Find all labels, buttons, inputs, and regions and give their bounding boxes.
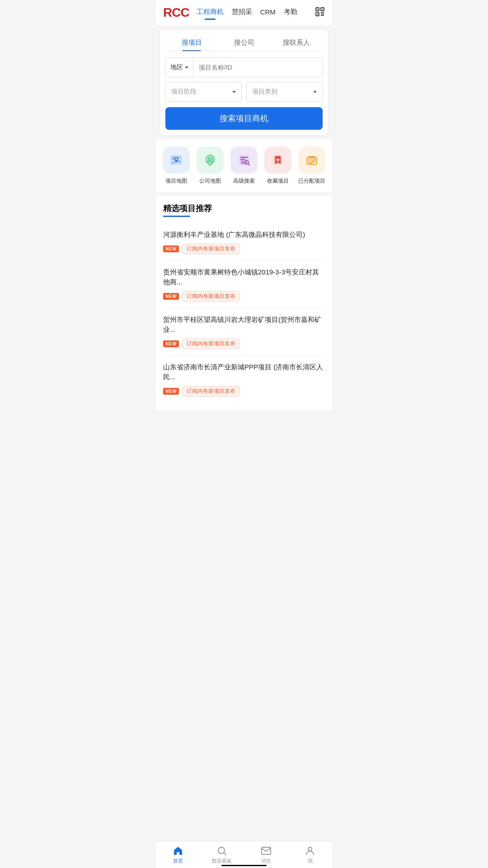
project-name: 山东省济南市长清产业新城PPP项目 (济南市长清区人民... — [163, 362, 325, 382]
logo: RCC — [163, 5, 189, 20]
project-search-input[interactable] — [193, 58, 322, 77]
subscription-tag: 订阅内有新项目发布 — [183, 244, 239, 254]
advanced-search-label: 高级搜索 — [233, 177, 255, 185]
new-badge: NEW — [163, 293, 179, 300]
subscription-tag: 订阅内有新项目发布 — [183, 339, 239, 349]
svg-line-27 — [224, 853, 226, 855]
tab-search-company[interactable]: 搜公司 — [218, 35, 270, 51]
quick-access: 项目地图 公司地图 项目 高级搜索 — [156, 139, 332, 192]
svg-point-12 — [175, 158, 177, 160]
subscription-tag: 订阅内有新项目发布 — [183, 386, 239, 396]
svg-rect-23 — [307, 157, 317, 165]
search-tabs: 搜项目 搜公司 搜联系人 — [165, 35, 323, 51]
tab-search-contact[interactable]: 搜联系人 — [270, 35, 323, 51]
project-tag-row: NEW 订阅内有新项目发布 — [163, 339, 325, 349]
search-button[interactable]: 搜索项目商机 — [165, 107, 323, 130]
project-tag-row: NEW 订阅内有新项目发布 — [163, 291, 325, 302]
scan-icon[interactable] — [315, 7, 325, 19]
section-title-wrap: 精选项目推荐 — [163, 203, 325, 217]
nav-item-recruit[interactable]: 慧招采 — [232, 8, 252, 18]
project-type-label: 项目类别 — [252, 88, 277, 96]
quick-item-advanced-search[interactable]: 项目 高级搜索 — [230, 146, 258, 185]
project-type-select[interactable]: 项目类别 — [246, 82, 323, 102]
section-title: 精选项目推荐 — [163, 203, 325, 214]
stage-chevron-icon — [232, 91, 236, 93]
project-stage-select[interactable]: 项目阶段 — [165, 82, 242, 102]
project-name: 河源衡利丰产业基地 (广东高微晶科技有限公司) — [163, 230, 325, 240]
featured-section: 精选项目推荐 河源衡利丰产业基地 (广东高微晶科技有限公司) NEW 订阅内有新… — [156, 196, 332, 410]
new-badge: NEW — [163, 388, 179, 395]
svg-rect-17 — [240, 159, 245, 160]
nav-item-engineering[interactable]: 工程商机 — [197, 8, 224, 18]
bookmark-label: 收藏项目 — [267, 177, 289, 185]
quick-item-assigned[interactable]: 已分配项目 — [298, 146, 325, 185]
project-tag-row: NEW 订阅内有新项目发布 — [163, 244, 325, 254]
filter-row: 项目阶段 项目类别 — [165, 82, 323, 102]
search-panel: 搜项目 搜公司 搜联系人 地区 项目阶段 项目类别 搜索项目商机 — [160, 29, 328, 136]
bottom-nav: 首页 数据看板 消息 我 — [156, 841, 332, 868]
bottom-nav-home[interactable]: 首页 — [156, 841, 200, 868]
bottom-nav-dashboard-label: 数据看板 — [212, 858, 232, 864]
svg-rect-3 — [317, 9, 318, 9]
search-icon — [216, 845, 227, 856]
user-icon — [305, 845, 315, 856]
project-map-label: 项目地图 — [165, 177, 187, 185]
svg-text:项目: 项目 — [240, 161, 247, 165]
bottom-home-indicator — [221, 865, 267, 866]
bottom-nav-dashboard[interactable]: 数据看板 — [200, 841, 244, 868]
assigned-label: 已分配项目 — [298, 177, 325, 185]
tab-search-project[interactable]: 搜项目 — [165, 35, 218, 51]
svg-rect-25 — [307, 159, 317, 160]
top-nav: 工程商机 慧招采 CRM 考勤 — [197, 8, 315, 18]
quick-item-bookmark[interactable]: 收藏项目 — [264, 146, 291, 185]
region-chevron-icon — [185, 66, 188, 69]
region-label: 地区 — [170, 63, 183, 71]
bottom-nav-profile-label: 我 — [308, 858, 313, 864]
nav-item-attendance[interactable]: 考勤 — [284, 8, 297, 18]
quick-item-project-map[interactable]: 项目地图 — [163, 146, 190, 185]
svg-rect-16 — [240, 157, 248, 158]
project-item[interactable]: 河源衡利丰产业基地 (广东高微晶科技有限公司) NEW 订阅内有新项目发布 — [163, 223, 325, 261]
company-map-label: 公司地图 — [199, 177, 221, 185]
bottom-nav-profile[interactable]: 我 — [288, 841, 333, 868]
header: RCC 工程商机 慧招采 CRM 考勤 — [156, 0, 332, 25]
project-name: 贺州市平桂区望高镇川岩大理岩矿项目(贺州市嘉和矿业... — [163, 315, 325, 335]
project-tag-row: NEW 订阅内有新项目发布 — [163, 386, 325, 396]
bottom-nav-messages-label: 消息 — [261, 858, 271, 864]
search-input-row: 地区 — [165, 57, 323, 77]
project-map-icon-wrap — [163, 146, 190, 174]
subscription-tag: 订阅内有新项目发布 — [183, 291, 239, 302]
svg-point-29 — [308, 847, 312, 851]
home-icon — [173, 845, 183, 856]
bottom-nav-messages[interactable]: 消息 — [244, 841, 288, 868]
new-badge: NEW — [163, 245, 179, 252]
mail-icon — [261, 845, 272, 856]
project-stage-label: 项目阶段 — [171, 88, 197, 96]
project-item[interactable]: 贺州市平桂区望高镇川岩大理岩矿项目(贺州市嘉和矿业... NEW 订阅内有新项目… — [163, 308, 325, 356]
bookmark-icon-wrap — [264, 146, 291, 174]
assigned-icon-wrap — [298, 146, 325, 174]
section-underline — [163, 216, 190, 217]
bottom-nav-home-label: 首页 — [173, 858, 183, 864]
company-map-icon-wrap — [197, 146, 224, 174]
advanced-search-icon-wrap: 项目 — [230, 146, 258, 174]
type-chevron-icon — [313, 91, 317, 93]
project-item[interactable]: 贵州省安顺市黄果树特色小城镇2019-3-3号安庄村其他商... NEW 订阅内… — [163, 261, 325, 308]
project-item[interactable]: 山东省济南市长清产业新城PPP项目 (济南市长清区人民... NEW 订阅内有新… — [163, 356, 325, 403]
svg-rect-4 — [322, 9, 323, 9]
svg-point-14 — [209, 158, 211, 160]
quick-item-company-map[interactable]: 公司地图 — [197, 146, 224, 185]
svg-rect-5 — [317, 14, 318, 14]
new-badge: NEW — [163, 340, 179, 347]
region-selector[interactable]: 地区 — [166, 58, 193, 77]
nav-item-crm[interactable]: CRM — [260, 8, 276, 18]
project-name: 贵州省安顺市黄果树特色小城镇2019-3-3号安庄村其他商... — [163, 267, 325, 288]
